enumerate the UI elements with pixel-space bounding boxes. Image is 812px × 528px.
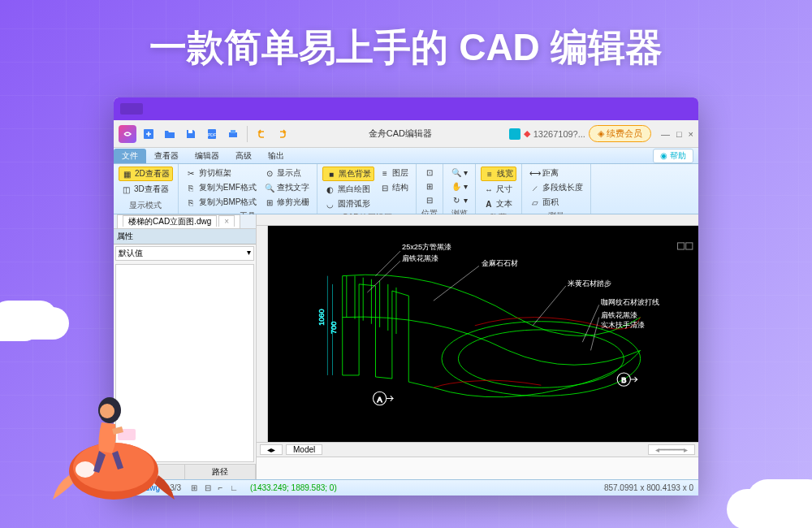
svg-text:扁铁花黑漆: 扁铁花黑漆 [601,311,637,319]
area-button[interactable]: ▱面积 [527,196,585,209]
new-file-icon[interactable] [140,125,158,143]
menu-editor[interactable]: 编辑器 [187,150,227,162]
decorative-cloud [747,479,812,520]
window-chrome-top [114,97,698,120]
structure-button[interactable]: ⊟结构 [377,181,411,194]
position-icon-1[interactable]: ⊡ [421,167,437,179]
pan-icon[interactable]: ✋▾ [448,180,470,193]
svg-text:金麻石石材: 金麻石石材 [482,259,518,267]
diamond-icon: ◈ [598,128,604,139]
svg-text:米黄石材踏步: 米黄石材踏步 [568,279,611,288]
text-button[interactable]: A文本 [481,197,516,210]
menu-file[interactable]: 文件 [114,149,146,163]
copy-emf-button[interactable]: ⎘复制为EMF格式 [184,181,260,194]
3d-viewer-button[interactable]: ◫3D查看器 [119,183,173,196]
svg-text:B: B [621,376,626,384]
close-button[interactable]: × [689,129,693,139]
polyline-length-button[interactable]: ⟋多段线长度 [527,181,585,194]
status-coords: (1433.249; 1889.583; 0) [250,483,337,492]
svg-rect-37 [686,243,693,249]
tab-close-icon[interactable]: × [218,215,235,227]
statusbar: 立面图.dwg 3/3 ⊞ ⊟ ⌐ ∟ (1433.249; 1889.583;… [114,479,698,496]
maximize-button[interactable]: □ [676,129,682,139]
redo-icon[interactable] [274,125,292,143]
svg-line-27 [582,305,598,342]
lineweight-button[interactable]: ≡线宽 [481,167,516,181]
ribbon: ▦2D查看器 ◫3D查看器 显示模式 ✂剪切框架 ⎘复制为EMF格式 ⎘复制为B… [114,164,698,214]
model-tab[interactable]: Model [286,444,322,455]
bw-drawing-button[interactable]: ◐黑白绘图 [322,183,374,196]
svg-point-42 [100,404,114,418]
svg-text:25x25方管黑漆: 25x25方管黑漆 [402,243,451,251]
ribbon-group-cad-settings: ■黑色背景 ◐黑白绘图 ◡圆滑弧形 ≡图层 ⊟结构 CAD绘图设置 [317,164,417,214]
viewport-controls-icon[interactable] [678,243,693,249]
ribbon-group-measure: ⟷距离 ⟋多段线长度 ▱面积 测量 [522,164,591,214]
svg-rect-36 [678,243,685,249]
menu-output[interactable]: 输出 [260,150,292,162]
trim-raster-button[interactable]: ⊞修剪光栅 [261,196,312,209]
properties-selector[interactable]: 默认值▾ [115,246,254,261]
svg-line-25 [533,286,566,326]
svg-rect-5 [231,130,235,133]
properties-header: 属性 [114,229,256,245]
hero-title: 一款简单易上手的 CAD 编辑器 [149,23,662,73]
menu-viewer[interactable]: 查看器 [146,150,187,162]
cube-2d-icon: ▦ [122,169,132,180]
status-dimensions: 857.0991 x 800.4193 x 0 [604,483,693,492]
svg-point-40 [76,461,95,478]
menu-advanced[interactable]: 高级 [227,150,260,162]
titlebar: PDF 金舟CAD编辑器 ◆ 13267109?... ◈ 续费会员 — □ × [114,120,698,148]
svg-line-29 [591,318,599,351]
tab-path[interactable]: 路径 [185,465,257,479]
svg-text:扁铁花黑漆: 扁铁花黑漆 [402,254,438,262]
distance-button[interactable]: ⟷距离 [527,167,585,180]
cube-3d-icon: ◫ [121,184,132,195]
find-text-button[interactable]: 🔍查找文字 [261,181,312,194]
smooth-arc-button[interactable]: ◡圆滑弧形 [322,197,374,210]
user-phone[interactable]: ◆ 13267109?... [509,128,585,140]
ribbon-group-browse: 🔍▾ ✋▾ ↻▾ 浏览 [443,164,476,214]
zoom-in-icon[interactable]: 🔍▾ [448,167,470,179]
app-logo-icon [119,125,136,143]
2d-viewer-button[interactable]: ▦2D查看器 [119,167,173,181]
help-button[interactable]: ◉ 帮助 [653,149,693,163]
black-bg-button[interactable]: ■黑色背景 [322,167,374,181]
layers-button[interactable]: ≡图层 [377,167,411,180]
position-icon-2[interactable]: ⊞ [421,180,437,193]
position-icon-3[interactable]: ⊟ [421,194,437,206]
svg-text:A: A [378,396,383,404]
chevron-down-icon: ▾ [247,248,251,259]
snap-icons[interactable]: ⊞ ⊟ ⌐ ∟ [191,483,240,492]
copy-bmp-button[interactable]: ⎘复制为BMP格式 [184,196,260,209]
save-icon[interactable] [182,125,200,143]
open-folder-icon[interactable] [161,125,179,143]
chrome-pill [120,103,143,115]
undo-icon[interactable] [253,125,270,143]
svg-point-6 [442,322,641,396]
svg-line-19 [376,251,401,276]
ribbon-group-position: ⊡ ⊞ ⊟ 位置 [417,164,443,214]
decorative-cloud [0,301,57,333]
svg-text:PDF: PDF [208,132,216,137]
vip-renew-button[interactable]: ◈ 续费会员 [589,125,651,142]
svg-rect-1 [188,130,192,133]
clip-frame-button[interactable]: ✂剪切框架 [184,167,260,180]
print-icon[interactable] [224,125,242,143]
command-line[interactable] [257,457,698,479]
ribbon-group-tools: ✂剪切框架 ⎘复制为EMF格式 ⎘复制为BMP格式 ⊙显示点 🔍查找文字 ⊞修剪… [179,164,318,214]
drawing-canvas[interactable]: 1060 700 25x25方管黑漆 扁铁花黑漆 金麻石石材 [268,226,698,442]
menubar: 文件 查看器 编辑器 高级 输出 ◉ 帮助 [114,148,698,164]
orbit-icon[interactable]: ↻▾ [448,194,470,206]
svg-text:实木扶手清漆: 实木扶手清漆 [601,321,645,329]
svg-text:咖网纹石材波打线: 咖网纹石材波打线 [601,298,659,306]
show-points-button[interactable]: ⊙显示点 [261,167,312,180]
pdf-icon[interactable]: PDF [203,125,221,143]
dimension-button[interactable]: ↔尺寸 [481,183,516,196]
scrollbar-horizontal[interactable]: ◂━━━━━▸ [648,444,695,455]
canvas-area: 1060 700 25x25方管黑漆 扁铁花黑漆 金麻石石材 [257,214,698,479]
file-tab[interactable]: 楼梯的CAD立面图.dwg× [117,214,240,228]
svg-text:1060: 1060 [317,309,326,325]
minimize-button[interactable]: — [661,129,670,139]
app-window: PDF 金舟CAD编辑器 ◆ 13267109?... ◈ 续费会员 — □ ×… [114,97,698,496]
svg-text:700: 700 [330,322,338,334]
